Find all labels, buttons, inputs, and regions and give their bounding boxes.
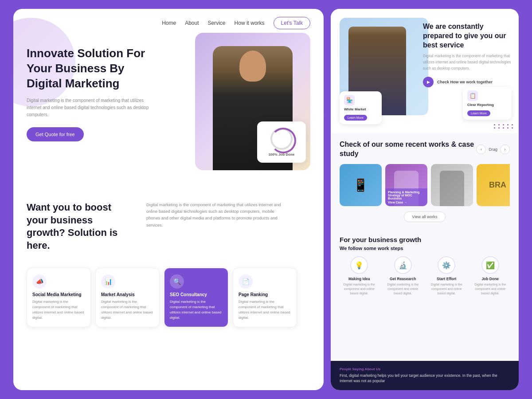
job-done-circle — [270, 128, 293, 150]
start-effort-icon: ⚙️ — [438, 256, 455, 274]
market-analysis-icon: 📊 — [101, 274, 115, 289]
step-name-4: Job Done — [471, 277, 510, 281]
portfolio-overlay-2: Planning & Marketing Strategy of MOC Bus… — [385, 188, 427, 206]
step-effort: ⚙️ Start Effort Digital marketing is the… — [427, 256, 466, 295]
hero-text-block: Innovate Solution For Your Business By D… — [27, 37, 151, 188]
portfolio-item-1[interactable] — [340, 164, 382, 206]
portfolio-item-3[interactable] — [431, 164, 473, 206]
play-button[interactable]: ▶ Check How we work together — [423, 77, 512, 87]
prev-arrow[interactable]: ‹ — [476, 145, 486, 154]
service-desc-market: Digital marketing is the component of ma… — [101, 299, 154, 321]
play-icon: ▶ — [423, 77, 434, 87]
view-all-works-button[interactable]: View all works — [404, 211, 446, 222]
service-cards-container: 📣 Social Media Marketing Digital marketi… — [13, 261, 324, 334]
step-name-1: Making Idea — [340, 277, 379, 281]
service-top-section: We are constantly prepared to give you o… — [331, 9, 519, 133]
step-desc-4: Digital marketing is the component and o… — [471, 282, 510, 295]
steps-grid: 💡 Making Idea Digital marketing is the c… — [340, 256, 510, 295]
hero-image-area: Increase Value 100% Job Done — [177, 33, 319, 184]
step-name-3: Start Effort — [427, 277, 466, 281]
hero-title: Innovate Solution For Your Business By D… — [27, 46, 151, 91]
right-panel: We are constantly prepared to give you o… — [331, 9, 519, 390]
nav-service[interactable]: Service — [208, 20, 226, 26]
seo-icon: 🔍 — [170, 274, 184, 289]
research-icon: 🔬 — [394, 256, 412, 274]
step-making-idea: 💡 Making Idea Digital marketing is the c… — [340, 256, 379, 295]
service-card-ranking[interactable]: 📄 Page Ranking Digital marketing is the … — [233, 268, 297, 327]
mini-card-white-market: 🏪 White Market Learn More — [340, 91, 382, 124]
step-desc-1: Digital marketing is the component and o… — [340, 282, 379, 295]
making-idea-icon: 💡 — [350, 256, 368, 274]
dot — [503, 127, 504, 129]
mini-card-title-2: White Market — [344, 107, 377, 111]
reporting-icon: 📋 — [467, 90, 478, 101]
testimonial-section: People Saying About Us First, digital ma… — [331, 361, 519, 391]
step-desc-2: Digital marketing is the component and o… — [383, 282, 423, 295]
steps-section: For your business growth We follow some … — [331, 229, 519, 361]
boost-section: Want you to boost your business growth? … — [13, 188, 324, 261]
left-panel: D.M. Home About Service How it works Let… — [13, 9, 324, 390]
view-all-btn-container: View all works — [340, 211, 510, 222]
job-done-step-icon: ✅ — [481, 256, 499, 274]
hero-description: Digital marketing is the component of ma… — [27, 97, 151, 118]
steps-subtitle: We follow some work steps — [340, 246, 510, 251]
white-market-icon: 🏪 — [344, 95, 355, 106]
boost-row: Want you to boost your business growth? … — [27, 201, 310, 252]
next-arrow[interactable]: › — [500, 145, 510, 154]
nav-how-it-works[interactable]: How it works — [235, 20, 265, 26]
drag-label: Drag — [489, 147, 497, 152]
service-card-seo[interactable]: 🔍 SEO Consultancy Digital marketing is t… — [164, 268, 228, 327]
service-desc-social: Digital marketing is the component of ma… — [32, 299, 85, 321]
mini-card-btn-1[interactable]: Learn More — [467, 110, 490, 116]
works-section: Check of our some recent works & case st… — [331, 133, 519, 229]
nav-home[interactable]: Home — [162, 20, 176, 26]
service-card-market[interactable]: 📊 Market Analysis Digital marketing is t… — [95, 268, 160, 327]
boost-title: Want you to boost your business growth? … — [27, 201, 133, 252]
testimonial-label: People Saying About Us — [340, 367, 510, 371]
dot — [498, 124, 500, 125]
job-done-card: 100% Job Done — [257, 121, 306, 163]
boost-description: Digital marketing is the component of ma… — [146, 201, 288, 228]
dot — [512, 124, 513, 125]
step-job-done: ✅ Job Done Digital marketing is the comp… — [471, 256, 510, 295]
mini-card-title-1: Clear Reporting — [467, 103, 507, 107]
works-nav: ‹ Drag › — [476, 145, 510, 154]
service-title-ranking: Page Ranking — [239, 292, 291, 297]
service-title-seo: SEO Consultancy — [170, 292, 223, 297]
mini-card-reporting: 📋 Clear Reporting Learn More — [463, 87, 512, 120]
dot — [507, 127, 509, 129]
portfolio-item-4[interactable] — [477, 164, 510, 206]
works-title: Check of our some recent works & case st… — [340, 140, 476, 159]
service-title-market: Market Analysis — [101, 292, 154, 297]
service-card-social[interactable]: 📣 Social Media Marketing Digital marketi… — [27, 268, 91, 327]
dot-decoration — [494, 124, 514, 129]
service-heading: We are constantly prepared to give you o… — [423, 22, 512, 50]
mini-card-btn-2[interactable]: Learn More — [344, 115, 367, 121]
portfolio-cta-2: View Case → — [388, 201, 425, 204]
dot — [503, 124, 504, 125]
steps-title: For your business growth — [340, 235, 510, 244]
step-name-2: Get Reasearch — [383, 277, 423, 281]
service-title-social: Social Media Marketing — [32, 292, 85, 297]
step-research: 🔬 Get Reasearch Digital marketing is the… — [383, 256, 423, 295]
service-desc-ranking: Digital marketing is the component of ma… — [239, 299, 291, 321]
step-desc-3: Digital marketing is the component and o… — [427, 282, 466, 295]
testimonial-text: First, digital marketing helps you tell … — [340, 373, 510, 384]
page-ranking-icon: 📄 — [239, 274, 253, 289]
nav-about[interactable]: About — [185, 20, 199, 26]
portfolio-item-2[interactable]: Planning & Marketing Strategy of MOC Bus… — [385, 164, 427, 206]
service-text-block: We are constantly prepared to give you o… — [423, 22, 512, 87]
get-quote-button[interactable]: Get Quote for free — [27, 127, 84, 141]
works-header: Check of our some recent works & case st… — [340, 140, 510, 159]
hero-section: Innovate Solution For Your Business By D… — [13, 37, 324, 188]
portfolio-grid: Planning & Marketing Strategy of MOC Bus… — [340, 164, 510, 206]
dot — [494, 127, 495, 129]
portfolio-label-2: Planning & Marketing Strategy of MOC Bus… — [388, 191, 425, 200]
service-subdesc: Digital marketing is the component of ma… — [423, 53, 512, 71]
social-media-icon: 📣 — [32, 274, 47, 289]
dot — [512, 127, 513, 129]
lets-talk-button[interactable]: Let's Talk — [274, 17, 310, 29]
dot — [498, 127, 500, 129]
dot — [507, 124, 509, 125]
service-desc-seo: Digital marketing is the component of ma… — [170, 299, 223, 321]
